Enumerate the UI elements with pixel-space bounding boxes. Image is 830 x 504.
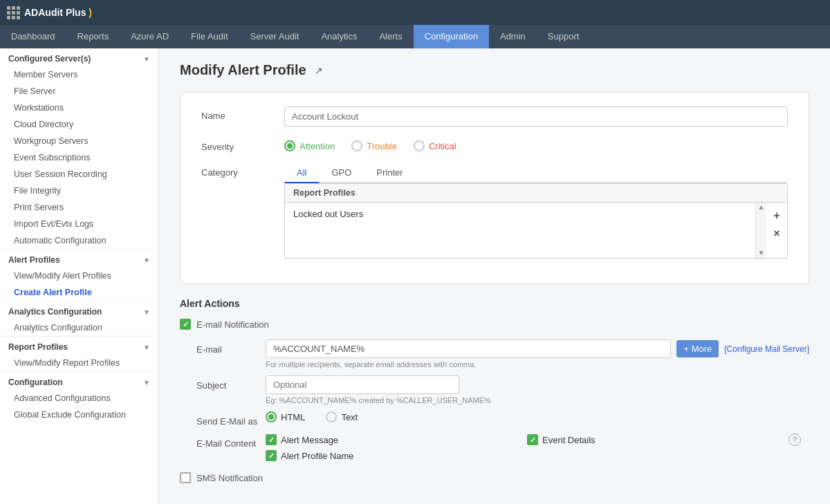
sidebar-section-configuration[interactable]: Configuration ▼	[0, 371, 158, 390]
chevron-down-icon-2: ▼	[143, 256, 150, 264]
page-title: Modify Alert Profile	[180, 62, 306, 78]
sms-notification-row: SMS Notification	[180, 472, 809, 483]
form-row-name: Name	[201, 106, 788, 127]
cat-tab-all[interactable]: All	[284, 163, 319, 183]
tab-server-audit[interactable]: Server Audit	[239, 25, 311, 48]
severity-attention[interactable]: Attention	[284, 140, 335, 151]
scroll-down-icon[interactable]: ▼	[758, 250, 765, 256]
configure-mail-link[interactable]: [Configure Mail Server]	[724, 344, 809, 354]
add-profile-button[interactable]: +	[769, 208, 784, 223]
sidebar-item-global-exclude[interactable]: Global Exclude Configuration	[0, 407, 158, 423]
report-profiles-body: Locked out Users ▲ ▼ + ×	[285, 203, 787, 258]
alert-message-checkbox[interactable]: ✓	[266, 434, 277, 445]
tab-support[interactable]: Support	[537, 25, 591, 48]
page-header: Modify Alert Profile ↗	[180, 62, 809, 78]
name-input[interactable]	[284, 106, 788, 127]
tab-analytics[interactable]: Analytics	[310, 25, 368, 48]
tab-reports[interactable]: Reports	[66, 25, 120, 48]
radio-trouble-circle	[351, 140, 362, 151]
sidebar-section-configured-servers[interactable]: Configured Server(s) ▼	[0, 48, 158, 66]
external-link-icon[interactable]: ↗	[315, 65, 323, 76]
sidebar-section-configured-servers-label: Configured Server(s)	[8, 54, 91, 64]
alert-actions-title: Alert Actions	[180, 298, 809, 309]
severity-critical-label: Critical	[429, 141, 456, 151]
severity-trouble-label: Trouble	[367, 141, 397, 151]
help-icon[interactable]: ?	[788, 433, 801, 446]
sidebar-item-workgroup-servers[interactable]: Workgroup Servers	[0, 133, 158, 149]
checkmark-icon-3: ✓	[530, 436, 536, 445]
sidebar-item-event-subscriptions[interactable]: Event Subscriptions	[0, 149, 158, 166]
form-section-main: Name Severity Attention	[180, 92, 809, 284]
severity-group: Attention Trouble Critical	[284, 138, 788, 151]
cat-tab-printer[interactable]: Printer	[364, 163, 415, 183]
remove-profile-button[interactable]: ×	[769, 226, 784, 241]
report-profiles-header: Report Profiles	[285, 184, 787, 203]
sms-notification-checkbox[interactable]	[180, 472, 191, 483]
tab-azure-ad[interactable]: Azure AD	[120, 25, 180, 48]
email-row: + More [Configure Mail Server]	[266, 339, 809, 358]
ec-item-alert-profile-name: ✓ Alert Profile Name	[266, 450, 520, 461]
subject-input[interactable]	[266, 375, 459, 394]
send-as-text-label: Text	[341, 412, 358, 422]
sidebar-item-view-modify-alert-profiles[interactable]: View/Modify Alert Profiles	[0, 268, 158, 284]
sidebar-item-analytics-configuration[interactable]: Analytics Configuration	[0, 319, 158, 336]
subject-hint: Eg: %ACCOUNT_NAME% created by %CALLER_US…	[266, 396, 809, 404]
event-details-checkbox[interactable]: ✓	[527, 434, 538, 445]
email-form-grid: E-mail + More [Configure Mail Server] Fo…	[196, 339, 809, 461]
category-control: All GPO Printer Report Profiles Locked o…	[284, 163, 788, 259]
email-input[interactable]	[266, 339, 671, 358]
sidebar-item-print-servers[interactable]: Print Servers	[0, 199, 158, 216]
send-as-control: HTML Text	[266, 411, 809, 427]
sidebar-item-user-session-recording[interactable]: User Session Recording	[0, 166, 158, 183]
sidebar-item-automatic-config[interactable]: Automatic Configuration	[0, 232, 158, 249]
more-button[interactable]: + More	[676, 340, 719, 357]
chevron-down-icon-3: ▼	[143, 308, 150, 316]
send-as-html-label: HTML	[281, 412, 305, 422]
tab-configuration[interactable]: Configuration	[414, 25, 489, 48]
sidebar-section-analytics-config-label: Analytics Configuration	[8, 307, 102, 317]
tab-alerts[interactable]: Alerts	[368, 25, 413, 48]
alert-profile-name-checkbox[interactable]: ✓	[266, 450, 277, 461]
severity-trouble[interactable]: Trouble	[351, 140, 397, 151]
name-control	[284, 106, 788, 127]
tab-file-audit[interactable]: File Audit	[180, 25, 239, 48]
severity-critical[interactable]: Critical	[414, 140, 456, 151]
email-content-control: ✓ Alert Message ✓ Event Details ?	[266, 433, 809, 461]
sidebar-item-file-server[interactable]: File Server	[0, 83, 158, 100]
tab-admin[interactable]: Admin	[489, 25, 537, 48]
radio-critical-circle	[414, 140, 425, 151]
list-item[interactable]: Locked out Users	[289, 207, 751, 221]
sidebar-section-report-profiles[interactable]: Report Profiles ▼	[0, 336, 158, 355]
sidebar-item-cloud-directory[interactable]: Cloud Directory	[0, 116, 158, 133]
app-name: ADAudit Plus )	[24, 7, 92, 18]
alert-actions-section: Alert Actions ✓ E-mail Notification E-ma…	[180, 298, 809, 500]
email-field-label: E-mail	[196, 339, 266, 355]
ec-item-alert-message: ✓ Alert Message	[266, 434, 520, 445]
tab-dashboard[interactable]: Dashboard	[0, 25, 66, 48]
sidebar-item-file-integrity[interactable]: File Integrity	[0, 183, 158, 199]
send-as-text[interactable]: Text	[326, 411, 358, 422]
send-as-html[interactable]: HTML	[266, 411, 305, 422]
sidebar-item-view-modify-report-profiles[interactable]: View/Modify Report Profiles	[0, 355, 158, 371]
cat-tab-gpo[interactable]: GPO	[319, 163, 364, 183]
sidebar-item-create-alert-profile[interactable]: Create Alert Profile	[0, 284, 158, 301]
form-row-category: Category All GPO Printer Report Profiles…	[201, 163, 788, 259]
sms-notification-label: SMS Notification	[196, 473, 263, 483]
checkmark-icon: ✓	[183, 320, 189, 329]
report-profiles-scrollbar[interactable]: ▲ ▼	[755, 203, 766, 258]
event-details-label: Event Details	[542, 435, 596, 445]
sidebar-item-workstations[interactable]: Workstations	[0, 100, 158, 116]
sidebar-section-analytics-config[interactable]: Analytics Configuration ▼	[0, 301, 158, 319]
subject-control: Eg: %ACCOUNT_NAME% created by %CALLER_US…	[266, 375, 809, 404]
sidebar-item-member-servers[interactable]: Member Servers	[0, 66, 158, 83]
report-profiles-list: Locked out Users	[285, 203, 755, 258]
sidebar-item-import-evt[interactable]: Import Evt/Evtx Logs	[0, 216, 158, 232]
sidebar-section-alert-profiles[interactable]: Alert Profiles ▼	[0, 249, 158, 268]
subject-label: Subject	[196, 375, 266, 391]
sidebar-item-advanced-configurations[interactable]: Advanced Configurations	[0, 390, 158, 407]
email-notification-checkbox[interactable]: ✓	[180, 319, 191, 330]
report-profiles-actions: + ×	[766, 203, 787, 258]
scroll-up-icon[interactable]: ▲	[758, 204, 765, 211]
main-content: Modify Alert Profile ↗ Name Severity	[159, 48, 830, 504]
send-as-row: HTML Text	[266, 411, 809, 422]
